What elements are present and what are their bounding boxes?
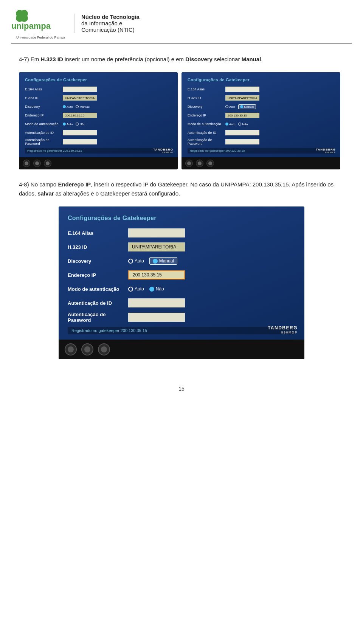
radio-manual-right	[240, 105, 243, 108]
tv-btn-1-single	[65, 343, 77, 355]
paragraph-4-8: 4-8) No campo Endereço IP, inserir o res…	[19, 180, 344, 198]
tv-bottom-left	[19, 157, 178, 169]
row-discovery-right: Discovery Auto Manual	[188, 103, 334, 110]
tv-btn-3-right	[206, 160, 214, 167]
row-discovery-single: Discovery Auto Manual	[68, 256, 295, 266]
row-ip-right: Endereço IP 200.130.35.15	[188, 112, 334, 119]
screen-title-right: Configurações de Gatekeeper	[188, 78, 334, 82]
page-header: unipampa Universidade Federal do Pampa N…	[0, 0, 363, 43]
tandberg-logo-single: TANDBERG 990MXP	[268, 325, 298, 334]
row-e164-single: E.164 Alias	[68, 228, 295, 238]
status-bar-right: Registrado no gatekeeper 200.130.35.15	[188, 148, 334, 154]
dept-line3: Comunicação (NTIC)	[81, 26, 140, 33]
page-number: 15	[178, 386, 185, 392]
image-row-4-7: Configurações de Gatekeeper E.164 Alias …	[19, 72, 344, 169]
row-h323-single: H.323 ID UNIPAMPAREITORIA	[68, 242, 295, 252]
radio-manual-single	[153, 259, 158, 264]
page-footer: 15	[0, 378, 363, 396]
status-bar-single: Registrado no gatekeeper 200.130.35.15	[68, 327, 295, 334]
row-auth-left: Modo de autenticação Auto Não	[25, 121, 172, 127]
tandberg-logo-left: TANDBERG 990MXP	[153, 148, 173, 154]
tv-screen-single: Configurações de Gatekeeper E.164 Alias …	[59, 206, 304, 340]
dept-line1: Núcleo de Tecnologia	[81, 14, 140, 20]
university-name: Universidade Federal do Pampa	[11, 36, 70, 39]
row-h323-right: H.323 ID UNIPAMPAREITORIA	[188, 95, 334, 101]
radio-manual-left	[76, 105, 79, 108]
radio-auto-single	[128, 259, 133, 264]
radio-auto-right	[225, 105, 228, 108]
tv-btn-2-left	[33, 160, 41, 167]
tv-btn-3-left	[44, 160, 51, 167]
screen-title-left: Configurações de Gatekeeper	[25, 78, 172, 82]
dept-title-block: Núcleo de Tecnologia da Informação e Com…	[74, 14, 140, 33]
unipampa-logo: unipampa	[11, 7, 70, 33]
row-e164-right: E.164 Alias	[188, 86, 334, 93]
row-authpw-right: Autenticação de Password	[188, 138, 334, 146]
row-authpw-left: Autenticação de Password	[25, 138, 172, 146]
row-discovery-left: Discovery Auto Manual	[25, 103, 172, 110]
tv-btn-2-right	[196, 160, 203, 167]
tv-screen-left: Configurações de Gatekeeper E.164 Alias …	[19, 72, 178, 157]
row-auth-single: Modo de autenticação Auto Não	[68, 284, 295, 294]
status-bar-left: Registrado no gatekeeper 200.130.35.15	[25, 148, 172, 154]
radio-auto-left	[63, 105, 66, 108]
screen-title-single: Configurações de Gatekeeper	[68, 215, 295, 222]
tv-btn-1-right	[185, 160, 193, 167]
screenshot-single: Configurações de Gatekeeper E.164 Alias …	[59, 206, 304, 359]
svg-point-3	[20, 14, 28, 22]
main-content: 4-7) Em H.323 ID inserir um nome de pref…	[0, 43, 363, 378]
row-authid-single: Autenticação de ID	[68, 298, 295, 308]
row-auth-right: Modo de autenticação Auto Não	[188, 121, 334, 127]
dept-line2: da Informação e	[81, 20, 140, 26]
section-4-8: 4-8) No campo Endereço IP, inserir o res…	[19, 180, 344, 367]
tv-bottom-single	[59, 340, 304, 359]
logo-area: unipampa Universidade Federal do Pampa	[11, 7, 70, 39]
tv-btn-2-single	[81, 343, 93, 355]
row-authpw-single: Autenticação de Password	[68, 312, 295, 323]
tv-screen-right: Configurações de Gatekeeper E.164 Alias …	[182, 72, 340, 157]
row-ip-single: Endereço IP 200.130.35.15	[68, 270, 295, 280]
row-authid-right: Autenticação de ID	[188, 129, 334, 136]
paragraph-4-7: 4-7) Em H.323 ID inserir um nome de pref…	[19, 55, 344, 64]
screenshot-right: Configurações de Gatekeeper E.164 Alias …	[182, 72, 340, 169]
tv-btn-1-left	[23, 160, 30, 167]
row-ip-left: Endereço IP 200.130.35.15	[25, 112, 172, 119]
tv-btn-3-single	[98, 343, 110, 355]
svg-text:unipampa: unipampa	[11, 21, 51, 31]
row-h323-left: H.323 ID UNIPAMPAREITORIA	[25, 95, 172, 101]
section-4-7: 4-7) Em H.323 ID inserir um nome de pref…	[19, 55, 344, 169]
row-authid-left: Autenticação de ID	[25, 129, 172, 136]
row-e164-left: E.164 Alias	[25, 86, 172, 93]
image-row-4-8: Configurações de Gatekeeper E.164 Alias …	[19, 206, 344, 367]
screenshot-left: Configurações de Gatekeeper E.164 Alias …	[19, 72, 178, 169]
tandberg-logo-right: TANDBERG 990MXP	[316, 148, 336, 154]
tv-bottom-right	[182, 157, 340, 169]
word-as: as	[56, 190, 62, 197]
